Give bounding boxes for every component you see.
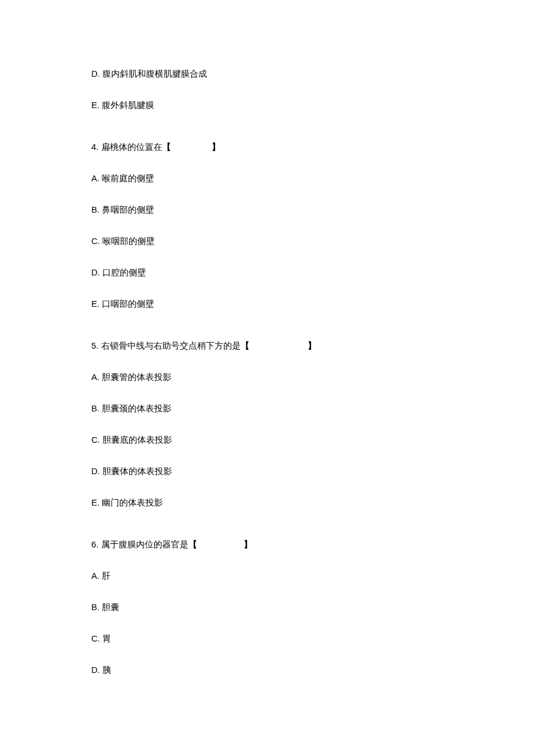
answer-option: D. 口腔的侧壁 — [91, 266, 500, 278]
option-letter: E. — [91, 299, 99, 309]
answer-option: C. 胆囊底的体表投影 — [91, 433, 500, 446]
answer-option: E. 口咽部的侧壁 — [91, 298, 500, 310]
answer-option: B. 鼻咽部的侧壁 — [91, 203, 500, 216]
bracket-close-icon: 】 — [308, 341, 316, 350]
answer-option: D. 胆囊体的体表投影 — [91, 465, 500, 477]
bracket-open-icon: 【 — [188, 539, 197, 549]
answer-option: A. 喉前庭的侧壁 — [91, 172, 500, 184]
spacer — [91, 130, 500, 141]
option-letter: A. — [91, 173, 99, 183]
option-text: 鼻咽部的侧壁 — [102, 205, 154, 214]
option-letter: B. — [91, 205, 99, 214]
document-page: D. 腹内斜肌和腹横肌腱膜合成E. 腹外斜肌腱膜4. 扁桃体的位置在【】A. 喉… — [0, 0, 535, 730]
option-letter: C. — [91, 633, 100, 643]
option-text: 腹外斜肌腱膜 — [102, 100, 154, 110]
question-stem: 6. 属于腹膜内位的器官是【】 — [91, 538, 500, 550]
spacer — [91, 329, 500, 339]
option-text: 胆囊 — [102, 602, 119, 612]
option-letter: A. — [91, 372, 99, 382]
question-text: 右锁骨中线与右助号交点稍下方的是 — [101, 341, 241, 350]
answer-option: A. 肝 — [91, 569, 500, 582]
bracket-open-icon: 【 — [162, 142, 171, 152]
question-stem: 5. 右锁骨中线与右助号交点稍下方的是【】 — [91, 339, 500, 352]
option-text: 胆囊底的体表投影 — [102, 435, 172, 445]
answer-option: E. 腹外斜肌腱膜 — [91, 99, 500, 111]
option-letter: D. — [91, 665, 100, 675]
option-letter: D. — [91, 69, 100, 78]
option-letter: C. — [91, 435, 100, 445]
option-text: 口腔的侧壁 — [102, 267, 146, 277]
question-number: 5. — [91, 341, 99, 350]
option-text: 喉前庭的侧壁 — [102, 173, 154, 183]
answer-option: B. 胆囊 — [91, 601, 500, 613]
question-number: 6. — [91, 539, 99, 549]
bracket-close-icon: 】 — [212, 142, 220, 152]
option-text: 幽门的体表投影 — [102, 497, 163, 507]
answer-option: D. 腹内斜肌和腹横肌腱膜合成 — [91, 67, 500, 80]
option-text: 腹内斜肌和腹横肌腱膜合成 — [102, 69, 207, 78]
option-text: 胆囊管的体表投影 — [102, 372, 172, 382]
option-letter: E. — [91, 100, 99, 110]
option-letter: B. — [91, 602, 99, 612]
option-letter: B. — [91, 403, 99, 413]
option-letter: D. — [91, 466, 100, 476]
option-text: 口咽部的侧壁 — [102, 299, 154, 309]
option-text: 胰 — [102, 665, 111, 675]
option-letter: D. — [91, 267, 100, 277]
option-text: 胆囊体的体表投影 — [102, 466, 172, 476]
option-text: 胃 — [102, 633, 111, 643]
option-letter: A. — [91, 571, 99, 581]
answer-option: E. 幽门的体表投影 — [91, 496, 500, 508]
question-number: 4. — [91, 142, 99, 152]
question-text: 扁桃体的位置在 — [101, 142, 162, 152]
option-letter: E. — [91, 497, 99, 507]
option-letter: C. — [91, 236, 100, 246]
spacer — [91, 528, 500, 538]
bracket-open-icon: 【 — [241, 341, 249, 350]
answer-option: C. 喉咽部的侧壁 — [91, 235, 500, 247]
option-text: 肝 — [102, 571, 110, 581]
answer-option: A. 胆囊管的体表投影 — [91, 371, 500, 383]
answer-option: C. 胃 — [91, 632, 500, 644]
question-text: 属于腹膜内位的器官是 — [101, 539, 188, 549]
answer-option: D. 胰 — [91, 664, 500, 676]
bracket-close-icon: 】 — [244, 539, 252, 549]
question-stem: 4. 扁桃体的位置在【】 — [91, 141, 500, 153]
option-text: 喉咽部的侧壁 — [102, 236, 155, 246]
option-text: 胆囊颈的体表投影 — [102, 403, 172, 413]
answer-option: B. 胆囊颈的体表投影 — [91, 402, 500, 414]
